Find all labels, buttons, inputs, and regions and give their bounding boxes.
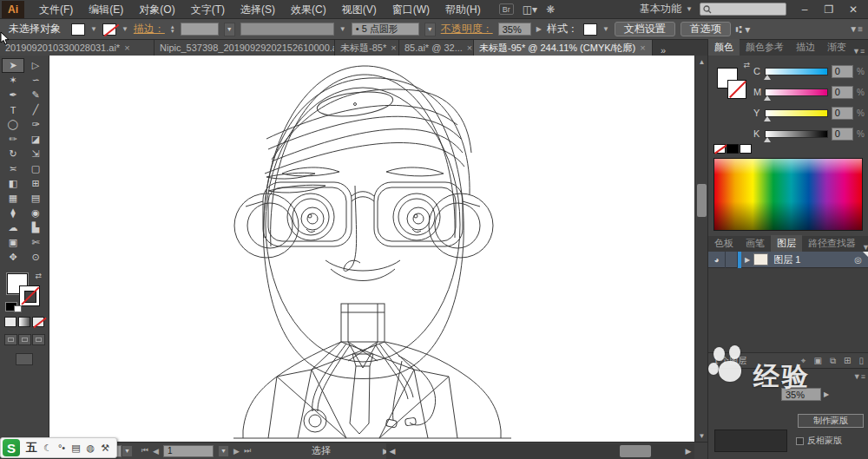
sogou-logo-icon[interactable]: S: [3, 439, 20, 456]
moon-icon[interactable]: ☾: [43, 443, 52, 454]
layer-thumbnail[interactable]: [753, 253, 768, 266]
menu-item-6[interactable]: 视图(V): [334, 0, 385, 19]
panel-tab-2[interactable]: 描边: [790, 39, 821, 56]
tool-perspective-grid[interactable]: ⊞: [24, 176, 47, 191]
deck-tab-2[interactable]: 图层: [771, 235, 802, 252]
panel-menu-icon[interactable]: ▼≡: [849, 24, 863, 34]
tab-overflow-icon[interactable]: »: [656, 45, 670, 56]
tool-symbol-sprayer[interactable]: ☁: [2, 220, 24, 235]
panel-tab-1[interactable]: 颜色参考: [740, 39, 790, 56]
artboard-canvas[interactable]: [49, 56, 694, 442]
tool-curvature[interactable]: ✎: [24, 88, 47, 102]
workspace-switcher[interactable]: 基本功能▼: [640, 2, 693, 16]
tool-pen[interactable]: ✒: [2, 88, 24, 102]
chevron-down-icon[interactable]: ▼: [424, 23, 436, 36]
wrench-icon[interactable]: ⚒: [101, 443, 109, 454]
style-swatch[interactable]: [583, 23, 597, 36]
slider-value-field[interactable]: 0: [832, 128, 853, 141]
chevron-down-icon[interactable]: ▼: [122, 445, 133, 457]
none-mode-button[interactable]: [32, 317, 44, 327]
slider-track-y[interactable]: [765, 109, 827, 117]
tool-zoom[interactable]: ⊙: [24, 250, 47, 265]
document-tab-3[interactable]: 85.ai* @ 32...×: [399, 40, 474, 56]
target-circle-icon[interactable]: ◎: [854, 255, 862, 265]
tool-artboard[interactable]: ▣: [2, 235, 24, 250]
symmetry-icon[interactable]: ⑆ ▾: [736, 23, 751, 36]
new-layer-icon[interactable]: ⊞: [844, 356, 851, 365]
color-spectrum-ramp[interactable]: [713, 158, 863, 231]
tool-shape-builder[interactable]: ◧: [2, 176, 24, 191]
emoji-icon[interactable]: ◍: [87, 443, 95, 454]
lock-toggle-cell[interactable]: [726, 252, 738, 268]
invert-mask-checkbox[interactable]: [796, 437, 804, 445]
panel-tab-0[interactable]: 颜色: [708, 39, 740, 56]
vertical-scroll-thumb[interactable]: [697, 184, 707, 217]
tool-paintbrush[interactable]: ✑: [24, 117, 47, 132]
prev-artboard-icon[interactable]: ◀: [153, 447, 159, 456]
menu-item-4[interactable]: 选择(S): [233, 0, 283, 19]
tool-selection[interactable]: ➤: [2, 58, 24, 73]
arrange-documents-icon[interactable]: ◫▾: [523, 3, 537, 16]
gradient-mode-button[interactable]: [18, 317, 30, 327]
slider-thumb[interactable]: [764, 116, 771, 121]
stroke-weight-stepper[interactable]: ▲▼: [170, 25, 175, 34]
opacity-link[interactable]: 不透明度：: [441, 22, 493, 36]
scroll-down-icon[interactable]: ▼: [695, 429, 708, 442]
slider-value-field[interactable]: 0: [832, 65, 853, 78]
fill-color-swatch[interactable]: [71, 23, 85, 36]
document-tab-4[interactable]: 未标题-95* @ 244.11% (CMYK/轮廓)×: [474, 40, 653, 56]
stroke-proxy[interactable]: [19, 285, 40, 306]
chevron-down-icon[interactable]: ▼: [90, 25, 97, 33]
slider-track-k[interactable]: [765, 130, 827, 138]
chevron-down-icon[interactable]: ▼: [224, 23, 235, 36]
deck-tab-3[interactable]: 路径查找器: [802, 235, 862, 252]
width-profile-select[interactable]: [240, 23, 334, 36]
transparency-thumbnail[interactable]: [714, 429, 787, 452]
chevron-right-icon[interactable]: ▶: [824, 390, 829, 398]
first-artboard-icon[interactable]: ⏮: [141, 446, 148, 456]
tool-slice[interactable]: ✄: [24, 235, 47, 250]
scroll-up-icon[interactable]: ▲: [695, 56, 708, 68]
tool-magic-wand[interactable]: ✶: [2, 73, 24, 88]
slider-track-m[interactable]: [765, 89, 827, 96]
tool-type[interactable]: T: [2, 102, 24, 117]
menu-item-8[interactable]: 帮助(H): [437, 0, 489, 19]
swap-fill-stroke-icon[interactable]: ⇄: [743, 61, 750, 69]
clipping-mask-icon[interactable]: ▣: [814, 356, 822, 365]
punctuation-icon[interactable]: °•: [58, 443, 65, 453]
chevron-down-icon[interactable]: ▼: [218, 445, 229, 457]
expand-triangle-icon[interactable]: ▶: [741, 256, 753, 264]
panel-menu-icon[interactable]: ▼≡: [862, 243, 868, 252]
artboard-number-field[interactable]: 1: [163, 445, 214, 457]
new-sublayer-icon[interactable]: ⧉: [830, 356, 836, 366]
chevron-down-icon[interactable]: ▼: [122, 25, 128, 33]
panel-menu-icon[interactable]: ▼≡: [853, 372, 865, 381]
menu-item-1[interactable]: 编辑(E): [81, 0, 131, 19]
keyboard-icon[interactable]: ▤: [71, 443, 80, 454]
tab-close-icon[interactable]: ×: [124, 43, 129, 53]
restore-button[interactable]: ❐: [818, 2, 840, 17]
document-setup-button[interactable]: 文档设置: [615, 22, 675, 36]
make-mask-button[interactable]: 制作蒙版: [798, 414, 864, 428]
tab-close-icon[interactable]: ×: [640, 43, 645, 53]
tool-mesh[interactable]: ▦: [2, 191, 24, 206]
menu-item-5[interactable]: 效果(C): [283, 0, 334, 19]
layer-row[interactable]: ◕ ▶ 图层 1 ◎: [708, 252, 868, 268]
tool-rotate[interactable]: ↻: [2, 147, 24, 161]
close-button[interactable]: ✕: [842, 2, 865, 17]
brush-definition-select[interactable]: • 5 点圆形: [352, 23, 419, 36]
horizontal-scroll-thumb[interactable]: [620, 445, 651, 457]
tab-close-icon[interactable]: ×: [391, 43, 396, 53]
tool-line-segment[interactable]: ╱: [24, 102, 47, 117]
tool-lasso[interactable]: ∽: [24, 73, 47, 88]
chevron-down-icon[interactable]: ▼: [602, 25, 609, 33]
draw-behind-button[interactable]: [18, 334, 31, 345]
scroll-left-icon[interactable]: ◀: [386, 447, 398, 456]
vertical-scrollbar[interactable]: ▲ ▼: [694, 56, 707, 442]
slider-value-field[interactable]: 0: [832, 86, 853, 99]
tool-shaper[interactable]: ◯: [2, 117, 24, 132]
tool-gradient[interactable]: ▤: [24, 191, 47, 206]
color-mode-button[interactable]: [4, 317, 16, 327]
locate-object-icon[interactable]: ⌖: [801, 356, 806, 366]
fill-stroke-control[interactable]: ⇄: [5, 272, 43, 310]
